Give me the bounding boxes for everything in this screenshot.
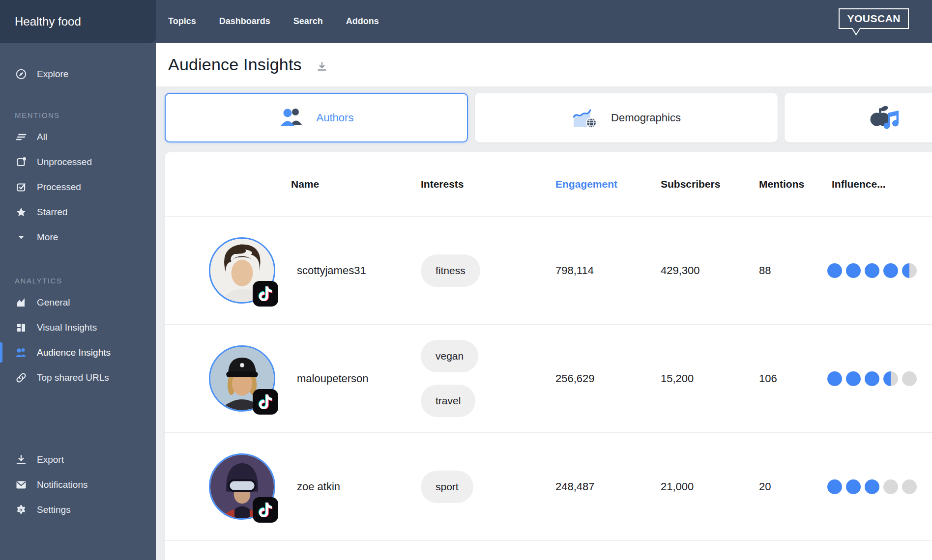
grid-icon — [15, 321, 28, 334]
sidebar-item-audience-insights[interactable]: Audience Insights — [0, 340, 156, 365]
sidebar-item-notifications[interactable]: Notifications — [0, 472, 156, 497]
sidebar-item-label: Top shared URLs — [37, 372, 109, 383]
tab-authors[interactable]: Authors — [165, 93, 468, 142]
sidebar-nav: ExploreMENTIONSAllUnprocessedProcessedSt… — [0, 43, 156, 390]
gear-icon — [15, 504, 28, 516]
sidebar-item-label: More — [37, 232, 58, 243]
sidebar-item-label: Unprocessed — [37, 157, 92, 168]
unprocessed-icon — [15, 156, 28, 168]
link-icon — [15, 371, 28, 384]
column-header-influence[interactable]: Influence... — [827, 178, 932, 190]
interest-tag[interactable]: fitness — [421, 254, 480, 287]
download-icon — [15, 453, 28, 466]
tab-authors-label: Authors — [317, 112, 354, 124]
engagement-value: 256,629 — [555, 372, 661, 385]
sidebar-footer: ExportNotificationsSettings — [0, 447, 156, 560]
caret-down-icon — [15, 231, 28, 244]
interest-tag[interactable]: travel — [421, 385, 475, 417]
sidebar-item-label: Explore — [37, 69, 68, 80]
author-name[interactable]: scottyjames31 — [291, 264, 421, 277]
influence-dot — [902, 263, 917, 278]
influence-dot — [846, 371, 861, 386]
star-icon — [15, 206, 28, 219]
author-row[interactable]: scottyjames31fitness798,114429,30088 — [165, 217, 932, 325]
interests-cell: vegantravel — [421, 340, 555, 417]
sidebar-item-general[interactable]: General — [0, 290, 156, 315]
column-header-subscribers[interactable]: Subscribers — [661, 178, 759, 190]
chart-globe-icon — [572, 105, 599, 131]
table-header-row: Name Interests Engagement Subscribers Me… — [165, 152, 932, 217]
sidebar-item-top-shared-urls[interactable]: Top shared URLs — [0, 365, 156, 390]
column-header-engagement[interactable]: Engagement — [555, 178, 661, 190]
influence-dots — [827, 263, 932, 278]
sidebar-section-mentions: MENTIONS — [0, 111, 156, 124]
nav-dashboards[interactable]: Dashboards — [219, 16, 270, 27]
download-report-icon[interactable] — [316, 60, 328, 73]
people-icon — [15, 346, 28, 359]
sidebar: ExploreMENTIONSAllUnprocessedProcessedSt… — [0, 43, 156, 560]
column-header-name[interactable]: Name — [291, 178, 421, 190]
influence-dots — [827, 371, 932, 386]
interest-tag[interactable]: vegan — [421, 340, 478, 372]
sidebar-item-processed[interactable]: Processed — [0, 174, 156, 199]
tiktok-badge-icon — [253, 281, 278, 307]
sidebar-item-unprocessed[interactable]: Unprocessed — [0, 149, 156, 174]
subscribers-value: 15,200 — [661, 372, 759, 385]
interests-cell: fitness — [421, 254, 555, 287]
top-navigation: Topics Dashboards Search Addons — [156, 0, 379, 43]
sidebar-item-label: Starred — [37, 207, 67, 218]
sidebar-item-label: Visual Insights — [37, 322, 97, 333]
author-row[interactable]: zoe atkinsport248,48721,00020 — [165, 433, 932, 541]
sidebar-item-settings[interactable]: Settings — [0, 497, 156, 522]
author-name[interactable]: zoe atkin — [291, 480, 421, 493]
author-row[interactable]: maloupetersonvegantravel256,62915,200106 — [165, 325, 932, 433]
sidebar-item-label: General — [37, 297, 70, 308]
subscribers-value: 429,300 — [661, 264, 759, 277]
avatar-cell — [165, 345, 291, 412]
influence-dot — [865, 479, 879, 494]
author-name[interactable]: maloupeterson — [291, 372, 421, 385]
apple-music-icon — [869, 103, 901, 133]
page-header: Audience Insights — [156, 43, 932, 87]
influence-dot — [827, 479, 842, 494]
sidebar-item-more[interactable]: More — [0, 224, 156, 250]
influence-dot — [865, 371, 879, 386]
sidebar-item-export[interactable]: Export — [0, 447, 156, 472]
compass-icon — [15, 68, 28, 81]
tab-third[interactable] — [785, 93, 932, 142]
page-title: Audience Insights — [168, 55, 302, 74]
influence-dot — [902, 479, 917, 494]
sidebar-item-all[interactable]: All — [0, 124, 156, 149]
influence-dot — [865, 263, 879, 278]
youscan-logo: YOUSCAN — [839, 8, 909, 29]
column-header-mentions[interactable]: Mentions — [759, 178, 827, 190]
avatar-cell — [165, 237, 291, 304]
engagement-value: 798,114 — [555, 264, 661, 277]
sidebar-item-label: Audience Insights — [37, 347, 111, 358]
avatar-wrap — [209, 345, 275, 412]
nav-addons[interactable]: Addons — [346, 16, 379, 27]
influence-dot — [846, 479, 861, 494]
tiktok-badge-icon — [253, 497, 278, 523]
sidebar-item-explore[interactable]: Explore — [0, 61, 156, 86]
tiktok-badge-icon — [253, 389, 278, 415]
sidebar-item-label: Notifications — [37, 479, 88, 490]
mentions-value: 20 — [759, 480, 827, 493]
engagement-value: 248,487 — [555, 480, 661, 493]
sidebar-item-label: Export — [37, 454, 64, 465]
topbar: Healthy food Topics Dashboards Search Ad… — [0, 0, 932, 43]
subscribers-value: 21,000 — [661, 480, 759, 493]
tab-demographics[interactable]: Demographics — [475, 93, 778, 142]
sidebar-item-visual-insights[interactable]: Visual Insights — [0, 315, 156, 340]
envelope-icon — [15, 478, 28, 491]
influence-dot — [846, 263, 861, 278]
sidebar-item-starred[interactable]: Starred — [0, 199, 156, 224]
sidebar-item-label: Processed — [37, 182, 81, 193]
influence-dots — [827, 479, 932, 494]
nav-search[interactable]: Search — [293, 16, 323, 27]
interest-tag[interactable]: sport — [421, 471, 473, 503]
nav-topics[interactable]: Topics — [168, 16, 196, 27]
influence-dot — [883, 479, 898, 494]
tab-demographics-label: Demographics — [611, 112, 681, 124]
column-header-interests[interactable]: Interests — [421, 178, 555, 190]
